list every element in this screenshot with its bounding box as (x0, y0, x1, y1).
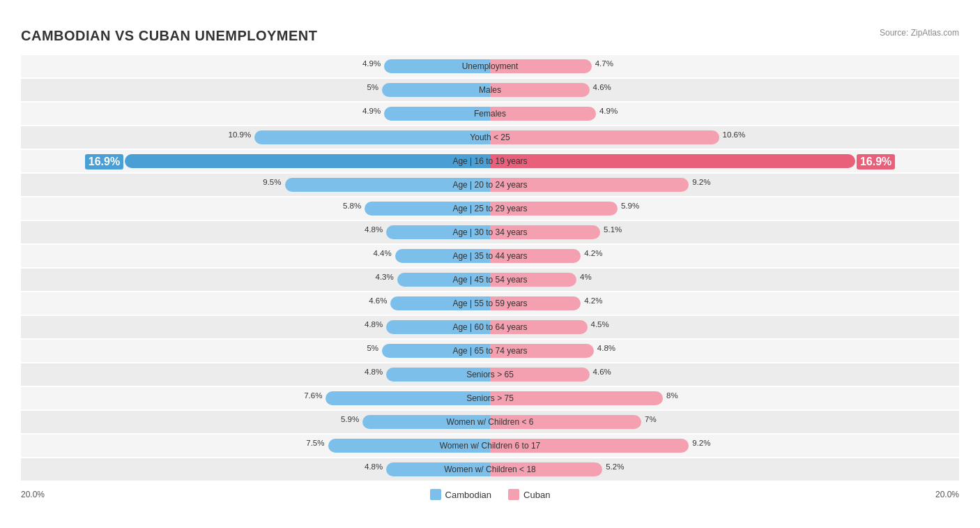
value-cambodian: 7.5% (306, 439, 328, 447)
bar-cuban: 9.2% (490, 178, 689, 192)
value-cuban: 4.5% (588, 320, 609, 329)
value-cuban: 4.2% (581, 249, 602, 257)
bar-cambodian: 16.9% (125, 154, 490, 168)
bar-right-section: 5.9% (490, 197, 959, 220)
bar-left-section: 16.9% (21, 150, 490, 172)
bar-row: 4.8%4.6%Seniors > 65 (21, 363, 959, 386)
bar-row: 4.6%4.2%Age | 55 to 59 years (21, 292, 959, 315)
bar-right-section: 4% (490, 269, 959, 291)
legend-cuban-label: Cuban (523, 490, 550, 500)
bar-cuban: 4.6% (490, 83, 590, 97)
bar-cambodian: 5.8% (365, 202, 490, 216)
bar-cambodian: 4.4% (395, 249, 490, 263)
bar-cambodian: 7.5% (328, 439, 491, 453)
value-cuban: 10.6% (719, 130, 746, 139)
bar-row: 5%4.8%Age | 65 to 74 years (21, 340, 959, 362)
bar-cuban: 8% (490, 391, 663, 405)
bar-left-section: 4.8% (21, 221, 490, 243)
bar-row: 5%4.6%Males (21, 79, 959, 101)
bar-cambodian: 4.8% (386, 225, 490, 239)
legend-cambodian: Cambodian (430, 489, 492, 500)
value-cambodian: 4.9% (362, 107, 384, 115)
bar-cambodian: 5% (382, 83, 490, 97)
value-cambodian: 4.4% (373, 249, 395, 257)
bar-left-section: 7.6% (21, 387, 490, 409)
bar-cambodian: 4.3% (397, 273, 490, 287)
bar-row: 4.8%5.2%Women w/ Children < 18 (21, 458, 959, 481)
bar-cambodian: 4.8% (386, 320, 490, 334)
value-cuban: 4.9% (596, 107, 618, 115)
bar-left-section: 10.9% (21, 126, 490, 149)
bar-left-section: 9.5% (21, 174, 490, 196)
value-cambodian: 4.8% (365, 320, 386, 329)
bar-cambodian: 5.9% (362, 415, 490, 429)
value-cambodian: 5.9% (341, 415, 362, 423)
bar-cambodian: 4.6% (390, 296, 490, 310)
bar-right-section: 4.6% (490, 79, 959, 101)
bar-cuban: 4.9% (490, 107, 596, 121)
bar-cuban: 5.2% (490, 462, 602, 476)
value-cambodian: 7.6% (304, 391, 326, 400)
bar-cambodian: 4.9% (384, 107, 490, 121)
bar-row: 7.5%9.2%Women w/ Children 6 to 17 (21, 435, 959, 457)
value-cuban: 4.2% (581, 296, 602, 305)
chart-source: Source: ZipAtlas.com (880, 28, 959, 38)
value-cambodian: 4.8% (365, 225, 386, 234)
bar-cuban: 4.2% (490, 296, 581, 310)
bar-right-section: 4.5% (490, 316, 959, 338)
value-cambodian: 5.8% (343, 202, 365, 210)
bar-row: 4.8%4.5%Age | 60 to 64 years (21, 316, 959, 338)
bar-row: 9.5%9.2%Age | 20 to 24 years (21, 174, 959, 196)
bar-left-section: 4.8% (21, 316, 490, 338)
bar-cuban: 4.5% (490, 320, 588, 334)
chart-title: CAMBODIAN VS CUBAN UNEMPLOYMENT (21, 28, 318, 44)
value-cambodian: 4.3% (375, 273, 397, 281)
bar-left-section: 5.9% (21, 411, 490, 433)
legend-cuban: Cuban (508, 489, 550, 500)
bar-row: 4.4%4.2%Age | 35 to 44 years (21, 245, 959, 267)
bar-row: 16.9%16.9%Age | 16 to 19 years (21, 150, 959, 172)
bar-right-section: 4.2% (490, 292, 959, 315)
legend-cambodian-label: Cambodian (445, 490, 492, 500)
bar-right-section: 16.9% (490, 150, 959, 172)
legend-cambodian-box (430, 489, 441, 500)
value-cuban: 9.2% (689, 439, 710, 447)
bar-left-section: 7.5% (21, 435, 490, 457)
value-cuban: 7% (641, 415, 657, 423)
bar-right-section: 4.7% (490, 55, 959, 77)
value-cuban: 5.2% (602, 462, 624, 471)
bar-cambodian: 9.5% (285, 178, 491, 192)
value-cuban: 4.6% (590, 83, 611, 91)
bar-cuban: 7% (490, 415, 641, 429)
bar-row: 5.8%5.9%Age | 25 to 29 years (21, 197, 959, 220)
chart-header: CAMBODIAN VS CUBAN UNEMPLOYMENT Source: … (21, 28, 959, 44)
bar-row: 5.9%7%Women w/ Children < 6 (21, 411, 959, 433)
value-cuban: 5.1% (600, 225, 622, 234)
bar-left-section: 4.8% (21, 363, 490, 386)
bar-right-section: 4.2% (490, 245, 959, 267)
chart-container: CAMBODIAN VS CUBAN UNEMPLOYMENT Source: … (14, 14, 966, 510)
value-cuban: 8% (663, 391, 678, 400)
bar-right-section: 10.6% (490, 126, 959, 149)
value-cambodian: 4.8% (365, 462, 386, 471)
bar-row: 10.9%10.6%Youth < 25 (21, 126, 959, 149)
value-cambodian: 4.9% (362, 59, 384, 68)
footer-scale-left: 20.0% (21, 490, 45, 499)
bar-row: 7.6%8%Seniors > 75 (21, 387, 959, 409)
bar-right-section: 5.1% (490, 221, 959, 243)
bar-cuban: 4.6% (490, 368, 590, 382)
bar-right-section: 4.9% (490, 103, 959, 125)
bar-cuban: 16.9% (490, 154, 855, 168)
bar-row: 4.8%5.1%Age | 30 to 34 years (21, 221, 959, 243)
bar-cuban: 4.7% (490, 59, 592, 73)
bar-cuban: 5.9% (490, 202, 618, 216)
legend: Cambodian Cuban (430, 489, 551, 500)
bar-cambodian: 5% (382, 344, 490, 358)
value-cuban: 4.8% (594, 344, 615, 352)
bar-right-section: 5.2% (490, 458, 959, 481)
value-cuban: 4.6% (590, 368, 611, 376)
value-cambodian: 4.8% (365, 368, 386, 376)
bar-cambodian: 7.6% (326, 391, 490, 405)
bar-cuban: 4.2% (490, 249, 581, 263)
value-cuban: 4.7% (592, 59, 613, 68)
